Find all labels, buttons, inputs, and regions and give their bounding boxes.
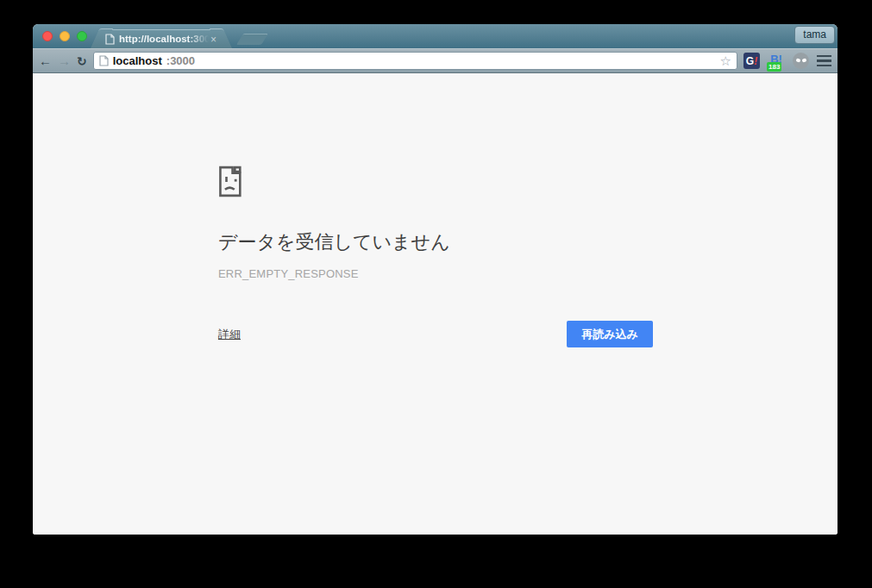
back-button[interactable]: ← [39, 54, 52, 67]
reload-button[interactable]: 再読み込み [567, 321, 653, 347]
error-heading: データを受信していません [218, 229, 653, 255]
new-tab-button[interactable] [236, 34, 268, 45]
menu-hamburger-icon[interactable] [817, 55, 831, 66]
tab-localhost-3000[interactable]: http://localhost:3000/ の読 × [102, 29, 221, 48]
address-bar[interactable]: localhost:3000 ☆ [93, 52, 737, 70]
browser-window: http://localhost:3000/ の読 × tama ← → ↻ l… [33, 24, 837, 535]
page-icon [99, 55, 109, 66]
profile-button[interactable]: tama [794, 26, 835, 44]
bookmark-star-icon[interactable]: ☆ [720, 54, 731, 67]
zoom-window-button[interactable] [77, 31, 87, 41]
g-extension-exclaim: ! [754, 55, 757, 67]
toolbar: ← → ↻ localhost:3000 ☆ G! B! 183 [33, 48, 837, 73]
hatena-bookmark-extension-icon[interactable]: B! 183 [768, 53, 785, 70]
reload-page-button[interactable]: ↻ [77, 55, 87, 67]
forward-button[interactable]: → [58, 54, 71, 67]
url-host: localhost [113, 54, 162, 67]
sad-file-icon [218, 166, 245, 197]
error-actions: 詳細 再読み込み [218, 321, 653, 347]
hatena-badge-count: 183 [767, 62, 781, 72]
tab-title: http://localhost:3000/ の読 [119, 33, 209, 46]
window-controls [42, 31, 87, 41]
close-window-button[interactable] [42, 31, 53, 41]
minimize-window-button[interactable] [60, 31, 70, 41]
page-content: データを受信していません ERR_EMPTY_RESPONSE 詳細 再読み込み [33, 73, 837, 535]
mask-extension-icon[interactable] [793, 53, 809, 69]
g-extension-letter: G [746, 55, 754, 67]
page-favicon-icon [105, 34, 115, 45]
error-block: データを受信していません ERR_EMPTY_RESPONSE 詳細 再読み込み [218, 166, 653, 347]
url-port: :3000 [166, 54, 195, 67]
error-code: ERR_EMPTY_RESPONSE [218, 267, 653, 280]
extension-icons: G! B! 183 [743, 53, 831, 70]
titlebar: http://localhost:3000/ の読 × tama [33, 24, 837, 48]
g-extension-icon[interactable]: G! [743, 53, 760, 69]
tab-close-icon[interactable]: × [209, 34, 218, 45]
details-link[interactable]: 詳細 [218, 327, 241, 342]
